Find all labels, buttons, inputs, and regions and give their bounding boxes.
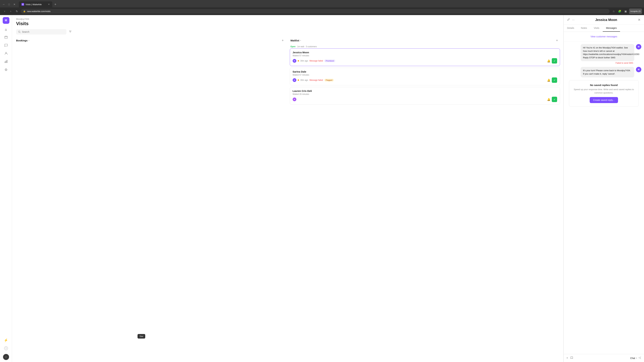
yellow-dot xyxy=(298,60,299,61)
waitlist-chevron: › xyxy=(300,39,301,41)
visit-avatar-sm: M xyxy=(293,97,296,101)
more-btn[interactable]: ··· xyxy=(572,18,574,22)
extensions-btn[interactable]: 🧩 xyxy=(617,8,622,14)
sidebar-item-settings[interactable]: ⚙ xyxy=(2,66,10,73)
yellow-dot xyxy=(298,79,299,81)
tab-notes[interactable]: Notes xyxy=(578,25,590,32)
settings-icon: ⚙ xyxy=(4,68,8,72)
page-title: Visits xyxy=(16,21,559,26)
waitlist-title[interactable]: Waitlist › xyxy=(290,39,301,42)
search-input-wrap[interactable] xyxy=(16,29,66,34)
saved-replies-title: No saved replies found xyxy=(572,84,635,86)
status-open: Open xyxy=(290,45,296,48)
visit-time: 30m ago xyxy=(300,79,308,81)
panel-header-left-actions: ··· xyxy=(567,18,574,22)
app: M ⌂ xyxy=(0,15,644,362)
panel-tabs: Details Notes Visits Messages xyxy=(564,25,644,32)
sidebar-item-analytics[interactable] xyxy=(2,58,10,65)
tab-bar-left: ─ □ ✕ xyxy=(1,2,17,7)
refresh-btn[interactable]: ↻ xyxy=(14,8,20,14)
main-content: Moodjoy7434 Visits xyxy=(12,15,564,362)
active-tab[interactable]: W Visits | Waitwhile × xyxy=(19,1,52,7)
messages-area: M Hi! You're #1 on the Moodjoy7434 waitl… xyxy=(564,41,644,354)
sidebar-item-chat[interactable] xyxy=(2,42,10,49)
svg-point-8 xyxy=(18,31,20,32)
plus-icon: + xyxy=(566,356,568,360)
bookmark-icon xyxy=(570,356,573,360)
edit-icon xyxy=(567,18,570,21)
check-btn-jessica[interactable]: ✓ xyxy=(552,58,557,63)
tab-favicon: W xyxy=(22,3,24,6)
tab-messages[interactable]: Messages xyxy=(603,25,620,32)
create-saved-reply-btn[interactable]: Create saved reply... xyxy=(590,97,618,103)
chat-label: Chat xyxy=(630,357,635,360)
view-customer-msgs-link[interactable]: View customer messages xyxy=(564,32,644,41)
bookings-add-btn[interactable]: + xyxy=(280,38,285,43)
bookings-column: Bookings › + xyxy=(15,36,286,362)
url-text: new.waitwhile.com/visits xyxy=(27,10,50,12)
tab-title: Visits | Waitwhile xyxy=(26,3,42,6)
lock-icon: 🔒 xyxy=(23,10,26,12)
msg-failed-badge: Message failed xyxy=(310,60,323,62)
message-row-2: M It's your turn! Please come back to Mo… xyxy=(566,67,641,77)
svg-rect-5 xyxy=(5,62,5,63)
edit-btn[interactable] xyxy=(567,18,570,22)
visit-actions: 🔔 ✓ xyxy=(547,97,557,102)
add-message-btn[interactable]: + xyxy=(566,356,568,360)
panel-header: ··· Jessica Moon ✕ xyxy=(564,15,644,25)
filter-btn[interactable] xyxy=(68,29,73,35)
calendar-icon xyxy=(4,35,8,40)
svg-rect-6 xyxy=(6,61,6,63)
address-nav: ‹ › ↻ xyxy=(2,8,20,14)
sidebar-toggle[interactable]: ▣ xyxy=(623,8,628,14)
visit-name: Lauren Cris Deli xyxy=(293,89,557,92)
tab-close-btn[interactable]: × xyxy=(48,3,50,6)
bell-btn-lauren[interactable]: 🔔 xyxy=(547,98,550,101)
columns-area: Bookings › + Waitlist › + Open xyxy=(12,36,563,362)
sidebar-item-help[interactable]: ? xyxy=(2,345,10,352)
back-btn[interactable]: ‹ xyxy=(2,8,8,14)
send-btn[interactable] xyxy=(638,356,641,360)
bookings-title[interactable]: Bookings › xyxy=(16,39,29,42)
bookmark-btn[interactable]: ☆ xyxy=(611,8,616,14)
visit-card-lauren-cris-deli[interactable]: Lauren Cris Deli Waited 26 minutes M 🔔 ✓ xyxy=(290,87,560,105)
window-close[interactable]: ✕ xyxy=(12,2,17,7)
panel-close-btn[interactable]: ✕ xyxy=(638,18,641,22)
saved-reply-btn[interactable] xyxy=(570,356,573,360)
org-avatar[interactable]: M xyxy=(3,17,10,24)
check-btn-sarina[interactable]: ✓ xyxy=(552,77,557,83)
incognito-label: Incognito (2) xyxy=(630,10,641,12)
browser-chrome: ─ □ ✕ W Visits | Waitwhile × + ‹ › ↻ 🔒 n… xyxy=(0,0,644,15)
window-maximize[interactable]: □ xyxy=(7,2,12,7)
window-minimize[interactable]: ─ xyxy=(1,2,6,7)
tab-visits[interactable]: Visits xyxy=(590,25,602,32)
msg-avatar-1: M xyxy=(636,44,641,49)
bell-btn-sarina[interactable]: 🔔 xyxy=(547,79,550,82)
search-input[interactable] xyxy=(22,30,64,33)
bell-btn-jessica[interactable]: 🔔 xyxy=(547,59,550,62)
footer-right: Chat ▾ xyxy=(630,356,641,360)
bookings-column-header: Bookings › + xyxy=(15,36,286,45)
tab-details[interactable]: Details xyxy=(564,25,578,32)
check-btn-lauren[interactable]: ✓ xyxy=(552,97,557,102)
sidebar-item-integrations[interactable]: ⚡ xyxy=(2,337,10,344)
forward-btn[interactable]: › xyxy=(8,8,14,14)
address-actions: ☆ 🧩 ▣ Incognito (2) xyxy=(611,8,642,14)
visit-card-sarina-dale[interactable]: Sarina Dale Waited 57 minutes M 30m ago … xyxy=(290,68,560,85)
sidebar-item-people[interactable] xyxy=(2,50,10,57)
new-tab-btn[interactable]: + xyxy=(53,2,58,7)
chat-dropdown[interactable]: Chat ▾ xyxy=(630,357,637,360)
incognito-btn[interactable]: Incognito (2) xyxy=(629,8,642,14)
panel-content: View customer messages M Hi! You're #1 o… xyxy=(564,32,644,354)
sidebar-item-calendar[interactable] xyxy=(2,34,10,41)
msg-bubble-1: Hi! You're #1 on the Moodjoy7434 waitlis… xyxy=(580,44,634,61)
url-bar[interactable]: 🔒 new.waitwhile.com/visits xyxy=(21,9,610,13)
waitlist-list: Jessica Moon Waited 57 minutes M 30m ago… xyxy=(289,48,561,362)
chevron-down-icon: ▾ xyxy=(636,357,637,359)
tab-bar: ─ □ ✕ W Visits | Waitwhile × + xyxy=(0,0,644,7)
sidebar-item-home[interactable]: ⌂ xyxy=(2,26,10,33)
waitlist-add-btn[interactable]: + xyxy=(554,38,559,43)
visit-card-jessica-moon[interactable]: Jessica Moon Waited 57 minutes M 30m ago… xyxy=(290,48,560,66)
user-avatar[interactable]: U xyxy=(3,354,9,360)
svg-point-4 xyxy=(5,52,6,53)
